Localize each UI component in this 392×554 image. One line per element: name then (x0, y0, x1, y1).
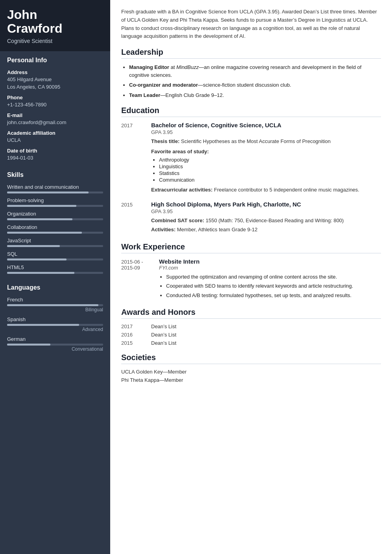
education-row: 2015High School Diploma, Myers Park High… (121, 201, 381, 235)
education-area-item: Anthropology (159, 157, 381, 163)
skill-item: Organization (7, 211, 103, 220)
sidebar-header: John Crawford Cognitive Scientist (0, 0, 110, 51)
work-bullet: Conducted A/B testing: formulated hypoth… (166, 292, 381, 299)
education-list: 2017Bachelor of Science, Cognitive Scien… (121, 122, 381, 235)
language-bar-bg (7, 344, 103, 346)
skill-item: Written and oral communication (7, 184, 103, 193)
language-level: Conversational (7, 346, 103, 352)
skill-name: SQL (7, 251, 103, 257)
skill-name: Collaboration (7, 224, 103, 230)
education-gpa: GPA 3.95 (151, 208, 381, 214)
work-section: Work Experience 2015-06 - 2015-09Website… (121, 242, 381, 301)
awards-list: 2017Dean’s List2016Dean’s List2015Dean’s… (121, 323, 381, 346)
skill-name: Written and oral communication (7, 184, 103, 190)
award-name: Dean’s List (151, 323, 176, 329)
education-section: Education 2017Bachelor of Science, Cogni… (121, 106, 381, 235)
skill-name: JavaScript (7, 238, 103, 244)
candidate-name: John Crawford (7, 8, 103, 35)
email-value: john.crawford@gmail.com (7, 119, 103, 126)
skill-bar-fill (7, 258, 67, 260)
work-bullet: Supported the optimization and revamping… (166, 273, 381, 281)
skill-name: Organization (7, 211, 103, 217)
work-company: FYI.com (159, 265, 381, 271)
education-year: 2015 (121, 201, 145, 235)
candidate-title: Cognitive Scientist (7, 38, 103, 44)
language-bar-fill (7, 304, 98, 306)
skills-section: Skills Written and oral communicationPro… (0, 166, 110, 279)
language-level: Advanced (7, 327, 103, 332)
work-row: 2015-06 - 2015-09Website InternFYI.comSu… (121, 258, 381, 301)
award-name: Dean’s List (151, 340, 176, 346)
personal-info-title: Personal Info (7, 57, 103, 65)
award-name: Dean’s List (151, 332, 176, 338)
email-label: E-mail (7, 112, 103, 118)
language-name: German (7, 336, 103, 342)
languages-title: Languages (7, 284, 103, 293)
language-bar-bg (7, 324, 103, 326)
education-degree: High School Diploma, Myers Park High, Ch… (151, 201, 381, 208)
skill-bar-fill (7, 218, 72, 220)
award-year: 2015 (121, 340, 145, 346)
leadership-section: Leadership Managing Editor at MindBuzz—a… (121, 48, 381, 99)
personal-info-section: Personal Info Address 405 Hilgard Avenue… (0, 51, 110, 165)
language-item: SpanishAdvanced (7, 316, 103, 332)
award-row: 2017Dean’s List (121, 323, 381, 329)
skill-bar-fill (7, 191, 89, 193)
work-dates: 2015-06 - 2015-09 (121, 258, 153, 301)
education-content: Bachelor of Science, Cognitive Science, … (151, 122, 381, 195)
affiliation-label: Academic affiliation (7, 130, 103, 136)
summary-text: Fresh graduate with a BA in Cognitive Sc… (121, 8, 381, 41)
skill-bar-bg (7, 205, 103, 207)
language-name: Spanish (7, 316, 103, 322)
skill-bar-bg (7, 258, 103, 260)
skill-item: JavaScript (7, 238, 103, 247)
work-title: Website Intern (159, 258, 381, 265)
language-level: Bilingual (7, 307, 103, 312)
skill-item: SQL (7, 251, 103, 260)
address-line1: 405 Hilgard Avenue (7, 76, 103, 83)
skill-bar-fill (7, 245, 60, 247)
work-content: Website InternFYI.comSupported the optim… (159, 258, 381, 301)
language-bar-fill (7, 324, 79, 326)
education-area-item: Statistics (159, 170, 381, 176)
skill-bar-bg (7, 191, 103, 193)
societies-title: Societies (121, 353, 381, 364)
phone-value: +1-123-456-7890 (7, 101, 103, 108)
skill-bar-fill (7, 272, 74, 274)
award-row: 2015Dean’s List (121, 340, 381, 346)
language-item: FrenchBilingual (7, 297, 103, 312)
awards-section: Awards and Honors 2017Dean’s List2016Dea… (121, 308, 381, 346)
address-line2: Los Angeles, CA 90095 (7, 84, 103, 91)
society-item: UCLA Golden Key—Member (121, 369, 381, 375)
education-area-item: Communication (159, 177, 381, 183)
societies-list: UCLA Golden Key—MemberPhi Theta Kappa—Me… (121, 369, 381, 383)
skill-bar-fill (7, 232, 82, 234)
leadership-item: Team Leader—English Club Grade 9–12. (129, 91, 381, 99)
award-year: 2017 (121, 323, 145, 329)
education-row: 2017Bachelor of Science, Cognitive Scien… (121, 122, 381, 195)
languages-section: Languages FrenchBilingualSpanishAdvanced… (0, 279, 110, 356)
education-title: Education (121, 106, 381, 117)
education-year: 2017 (121, 122, 145, 195)
leadership-list: Managing Editor at MindBuzz—an online ma… (129, 63, 381, 99)
phone-label: Phone (7, 95, 103, 100)
education-degree: Bachelor of Science, Cognitive Science, … (151, 122, 381, 128)
language-bar-fill (7, 344, 50, 346)
leadership-item: Managing Editor at MindBuzz—an online ma… (129, 63, 381, 79)
dob-label: Date of birth (7, 148, 103, 154)
award-year: 2016 (121, 332, 145, 338)
skill-name: HTML5 (7, 264, 103, 270)
skills-title: Skills (7, 171, 103, 180)
skill-item: HTML5 (7, 264, 103, 274)
work-title: Work Experience (121, 242, 381, 253)
societies-section: Societies UCLA Golden Key—MemberPhi Thet… (121, 353, 381, 383)
education-thesis: Thesis title: Scientific Hypotheses as t… (151, 138, 381, 145)
leadership-title: Leadership (121, 48, 381, 59)
skill-item: Problem-solving (7, 197, 103, 207)
language-bar-bg (7, 304, 103, 306)
skill-item: Collaboration (7, 224, 103, 234)
leadership-item: Co-organizer and moderator—science-ficti… (129, 81, 381, 89)
skill-name: Problem-solving (7, 197, 103, 203)
skill-bar-bg (7, 232, 103, 234)
education-sat: Combined SAT score: 1550 (Math: 750, Evi… (151, 217, 381, 225)
